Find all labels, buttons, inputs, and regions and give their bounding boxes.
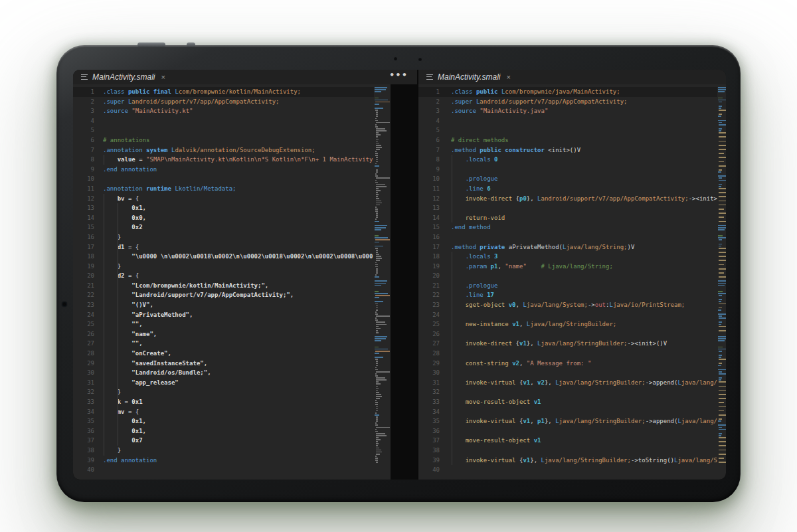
code-line: 0x7 [103, 436, 374, 446]
line-number: 24 [73, 310, 94, 320]
line-number: 38 [418, 446, 440, 456]
line-number: 14 [418, 213, 440, 223]
line-number: 16 [73, 232, 94, 242]
line-number: 17 [73, 242, 94, 252]
microphone-hole-icon [394, 57, 397, 60]
line-number: 15 [418, 222, 440, 232]
line-number: 16 [418, 232, 440, 242]
line-number: 25 [418, 319, 440, 329]
code-editor[interactable]: 1234567891011121314151617181920212223242… [418, 84, 726, 480]
line-number: 8 [73, 155, 94, 165]
tablet-device: MainActivity.smali × ••• 123456789101112… [56, 45, 741, 502]
code-line [103, 465, 374, 475]
code-line [451, 232, 717, 242]
minimap[interactable] [717, 87, 726, 469]
tab-title: MainActivity.smali [92, 72, 155, 82]
line-number: 32 [73, 387, 94, 397]
line-number: 37 [73, 436, 94, 446]
line-number: 36 [73, 426, 94, 436]
line-number: 1 [73, 87, 94, 97]
line-number: 29 [418, 359, 440, 369]
code-line: new-instance v1, Ljava/lang/StringBuilde… [451, 319, 717, 329]
code-line [451, 271, 717, 281]
line-number: 31 [73, 378, 94, 388]
line-number: 3 [418, 106, 440, 116]
code-line: "app_release" [103, 378, 374, 388]
line-number: 2 [418, 97, 440, 107]
code-line: k = 0x1 [103, 397, 374, 407]
code-line [451, 165, 717, 175]
code-line: "savedInstanceState", [103, 359, 374, 369]
code-line: "Landroid/os/Bundle;", [103, 368, 374, 378]
line-number: 21 [73, 281, 94, 291]
more-actions-button[interactable]: ••• [389, 70, 408, 84]
line-number: 24 [418, 310, 440, 320]
scrollbar-track[interactable] [391, 84, 417, 480]
code-line: } [103, 387, 374, 397]
code-line: .end annotation [103, 456, 374, 466]
line-number: 2 [73, 97, 94, 107]
code-line: "Lcom/brompwnie/kotlin/MainActivity;", [103, 281, 374, 291]
editor-pane-right: MainActivity.smali × 1234567891011121314… [418, 70, 726, 480]
line-number: 9 [73, 165, 94, 175]
line-number: 27 [73, 339, 94, 349]
minimap[interactable] [374, 87, 390, 469]
code-line: .super Landroid/support/v7/app/AppCompat… [451, 97, 717, 107]
line-number: 40 [418, 465, 440, 475]
line-number: 21 [418, 281, 440, 291]
code-line: .line 17 [451, 290, 717, 300]
code-line: .class public final Lcom/brompwnie/kotli… [103, 87, 374, 97]
file-list-icon [426, 74, 433, 80]
code-line [451, 349, 717, 359]
line-number: 35 [418, 416, 440, 426]
microphone-hole-icon [418, 58, 422, 61]
tab-bar: MainActivity.smali × ••• [73, 70, 417, 84]
line-number: 37 [418, 436, 440, 446]
code-line: sget-object v0, Ljava/lang/System;->out:… [451, 300, 717, 310]
line-number: 13 [73, 203, 94, 213]
code-line [451, 446, 717, 456]
indent-guide [452, 155, 452, 222]
line-number: 33 [418, 397, 440, 407]
code-line [103, 116, 374, 126]
line-number: 29 [73, 359, 94, 369]
code-line: 0x0, [103, 213, 374, 223]
line-number: 12 [418, 194, 440, 204]
line-number: 27 [418, 339, 440, 349]
tab-close-icon[interactable]: × [506, 73, 510, 81]
code-line: } [103, 232, 374, 242]
code-line: .annotation runtime Lkotlin/Metadata; [103, 184, 374, 194]
line-number: 11 [418, 184, 440, 194]
line-number: 26 [73, 329, 94, 339]
code-line: mv = { [103, 407, 374, 417]
line-number: 13 [418, 203, 440, 213]
code-line: "aPrivateMethod", [103, 310, 374, 320]
line-number: 1 [418, 87, 440, 97]
line-number: 36 [418, 426, 440, 436]
line-number: 20 [418, 271, 440, 281]
line-number: 4 [418, 116, 440, 126]
line-number: 7 [418, 145, 440, 155]
code-line: .prologue [451, 174, 717, 184]
code-line: } [103, 262, 374, 272]
tab-mainactivity-smali[interactable]: MainActivity.smali × [78, 70, 168, 84]
code-line: .line 6 [451, 184, 717, 194]
tab-close-icon[interactable]: × [161, 73, 165, 81]
tab-mainactivity-smali[interactable]: MainActivity.smali × [424, 70, 513, 84]
line-number: 40 [73, 465, 94, 475]
line-number: 39 [73, 456, 94, 466]
code-line: .super Landroid/support/v7/app/AppCompat… [103, 97, 374, 107]
page-background: MainActivity.smali × ••• 123456789101112… [0, 0, 797, 532]
indent-guide [104, 194, 104, 456]
line-number: 28 [418, 349, 440, 359]
code-line: invoke-virtual {v1, p1}, Ljava/lang/Stri… [451, 416, 717, 426]
front-camera-icon [62, 302, 67, 307]
line-number: 30 [418, 368, 440, 378]
line-number: 35 [73, 416, 94, 426]
code-line: move-result-object v1 [451, 436, 717, 446]
line-number: 6 [73, 135, 94, 145]
code-editor[interactable]: 1234567891011121314151617181920212223242… [73, 84, 417, 480]
line-number: 18 [73, 252, 94, 262]
code-line [451, 426, 717, 436]
code-line: "", [103, 319, 374, 329]
